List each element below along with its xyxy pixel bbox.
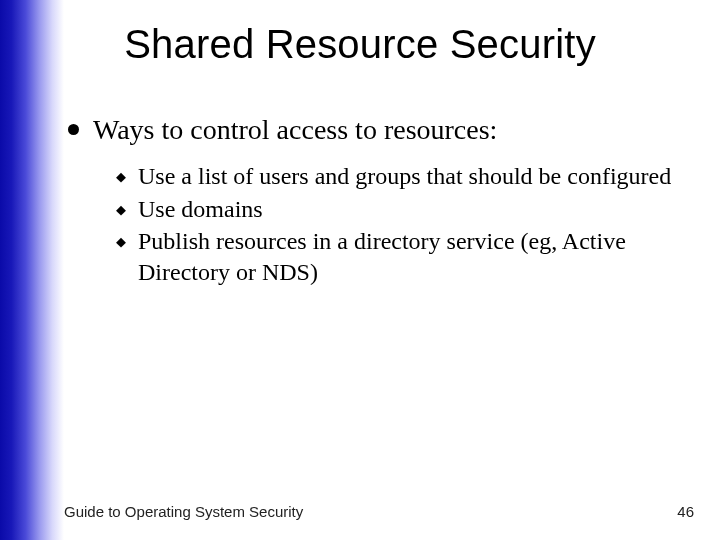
- diamond-bullet-icon: ◆: [116, 202, 126, 219]
- footer-page-number: 46: [677, 503, 694, 520]
- bullet-level2: ◆ Publish resources in a directory servi…: [116, 226, 688, 287]
- slide: Shared Resource Security Ways to control…: [0, 0, 720, 540]
- footer-source: Guide to Operating System Security: [64, 503, 303, 520]
- main-point-text: Ways to control access to resources:: [93, 112, 497, 147]
- sub-point-text: Publish resources in a directory service…: [138, 226, 688, 287]
- sub-point-text: Use domains: [138, 194, 263, 225]
- bullet-level2: ◆ Use domains: [116, 194, 688, 225]
- diamond-bullet-icon: ◆: [116, 169, 126, 186]
- slide-content: Ways to control access to resources: ◆ U…: [68, 112, 688, 290]
- slide-title: Shared Resource Security: [0, 22, 720, 67]
- circle-bullet-icon: [68, 124, 79, 135]
- sub-bullet-list: ◆ Use a list of users and groups that sh…: [68, 161, 688, 288]
- bullet-level2: ◆ Use a list of users and groups that sh…: [116, 161, 688, 192]
- diamond-bullet-icon: ◆: [116, 234, 126, 251]
- sub-point-text: Use a list of users and groups that shou…: [138, 161, 671, 192]
- bullet-level1: Ways to control access to resources:: [68, 112, 688, 147]
